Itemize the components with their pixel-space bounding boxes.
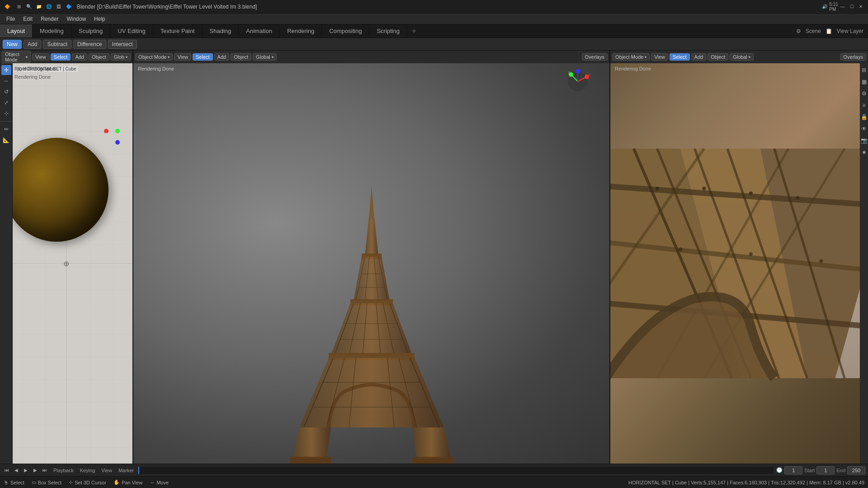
cursor-tool-icon[interactable]: ✛: [1, 65, 11, 75]
tab-scripting[interactable]: Scripting: [369, 24, 407, 38]
start-frame-input[interactable]: [816, 466, 835, 474]
playback-tab[interactable]: Playback: [52, 467, 75, 474]
global-dropdown-right[interactable]: Global: [730, 53, 754, 61]
tab-shading[interactable]: Shading: [203, 24, 239, 38]
menu-window[interactable]: Window: [63, 15, 90, 23]
global-dropdown-mid[interactable]: Global: [253, 53, 277, 61]
view-btn-mid[interactable]: View: [174, 53, 191, 61]
right-side-icon-panel: ⊞ ▦ ⚙ ≡ 🔒 👁 📷 ★: [860, 63, 868, 464]
tab-modeling[interactable]: Modeling: [33, 24, 71, 38]
maximize-btn[interactable]: ☐: [848, 3, 855, 10]
object-mode-dropdown-right[interactable]: Object Mode: [612, 53, 650, 61]
global-dropdown-left[interactable]: Glob: [111, 53, 131, 61]
view-btn-left[interactable]: View: [32, 53, 49, 61]
filter-icon[interactable]: ▦: [859, 77, 868, 87]
minimize-btn[interactable]: —: [839, 3, 846, 10]
object-btn-left[interactable]: Object: [89, 53, 109, 61]
select-btn-mid[interactable]: Select: [193, 53, 213, 61]
overlays-btn-right[interactable]: Overlays: [840, 53, 866, 61]
tab-texture-paint[interactable]: Texture Paint: [153, 24, 203, 38]
svg-point-64: [749, 191, 753, 195]
end-frame-input[interactable]: [847, 466, 865, 474]
select-btn-right[interactable]: Select: [670, 53, 690, 61]
blender-logo-icon: 🔶: [4, 3, 11, 10]
add-btn[interactable]: Add: [24, 40, 41, 49]
play-btn[interactable]: ▶: [22, 466, 30, 474]
tab-uv-editing[interactable]: UV Editing: [110, 24, 153, 38]
close-btn[interactable]: ✕: [857, 3, 864, 10]
menu-file[interactable]: File: [3, 15, 19, 23]
jump-start-btn[interactable]: ⏮: [3, 466, 11, 474]
menu-render[interactable]: Render: [37, 15, 62, 23]
volume-icon[interactable]: 🔊: [821, 3, 828, 10]
svg-text:Y: Y: [568, 70, 571, 75]
mesh-info-text: HORIZONTAL SET | Cube | Verts:5,155,147 …: [628, 480, 864, 485]
object-mode-dropdown[interactable]: Object Mode: [2, 51, 31, 63]
left-panel-content[interactable]: (1) HORIZONTAL SET | Cube Rendering Done…: [0, 63, 132, 464]
timeline-controls: ⏮ ◀ ▶ ▶ ⏭: [3, 466, 49, 474]
add-btn-mid[interactable]: Add: [214, 53, 230, 61]
object-btn-right[interactable]: Object: [708, 53, 728, 61]
left-panel: Object Mode View Select Add Object Glob: [0, 51, 133, 464]
timeline-scrubber[interactable]: [138, 467, 774, 474]
current-frame-input[interactable]: [784, 466, 802, 474]
difference-btn[interactable]: Difference: [73, 40, 106, 49]
right-panel-render-content[interactable]: Rendering Done: [610, 63, 868, 464]
menu-edit[interactable]: Edit: [19, 15, 36, 23]
tab-layout[interactable]: Layout: [0, 24, 33, 38]
prev-frame-btn[interactable]: ◀: [12, 466, 20, 474]
render-layer-icon[interactable]: ⊞: [859, 65, 868, 75]
svg-rect-35: [290, 457, 331, 464]
rotate-tool-icon[interactable]: ↺: [1, 87, 11, 97]
camera-icon[interactable]: 📷: [859, 136, 868, 145]
new-btn[interactable]: New: [3, 40, 22, 49]
clock-icon: 5:11 PM: [830, 3, 837, 10]
z-axis-dot: [115, 140, 120, 145]
window-controls: 🔊 5:11 PM — ☐ ✕: [821, 3, 864, 10]
keying-tab[interactable]: Keying: [78, 467, 97, 474]
tab-rendering[interactable]: Rendering: [280, 24, 322, 38]
tab-sculpting[interactable]: Sculpting: [71, 24, 110, 38]
lock-icon[interactable]: 🔒: [859, 112, 868, 122]
svg-marker-6: [354, 257, 390, 301]
middle-panel-3d-content[interactable]: Rendering Done: [133, 63, 609, 464]
props-icon[interactable]: ⚙: [859, 89, 868, 99]
transform-tool-icon[interactable]: ⊹: [1, 108, 11, 118]
add-tab-btn[interactable]: +: [407, 24, 420, 38]
object-mode-dropdown-mid[interactable]: Object Mode: [135, 53, 173, 61]
intersect-btn[interactable]: Intersect: [108, 40, 137, 49]
svg-point-68: [819, 259, 823, 263]
title-bar: 🔶 ⊞ 🔍 📁 🌐 🖼 🔷 Blender [D:\Build\Eiffel T…: [0, 0, 868, 14]
right-panel-toolbar: Object Mode View Select Add Object Globa…: [610, 51, 868, 63]
set-3d-cursor-label: Set 3D Cursor: [75, 480, 106, 485]
menu-help[interactable]: Help: [90, 15, 109, 23]
object-btn-mid[interactable]: Object: [231, 53, 251, 61]
channel-icon[interactable]: ≡: [859, 100, 868, 110]
tab-animation[interactable]: Animation: [239, 24, 280, 38]
start-label: Start: [804, 468, 815, 473]
box-select-label: Box Select: [38, 480, 62, 485]
right-panel: Object Mode View Select Add Object Globa…: [610, 51, 868, 464]
title-bar-icons: ⊞ 🔍 📁 🌐 🖼 🔷: [15, 3, 72, 10]
viewport-cursor: ⊕: [63, 259, 69, 268]
overlays-btn-mid[interactable]: Overlays: [582, 53, 608, 61]
jump-end-btn[interactable]: ⏭: [41, 466, 49, 474]
marker-tab[interactable]: Marker: [117, 467, 136, 474]
view-tab[interactable]: View: [99, 467, 114, 474]
menu-bar: File Edit Render Window Help: [0, 14, 868, 24]
add-btn-left[interactable]: Add: [72, 53, 87, 61]
star-icon[interactable]: ★: [859, 147, 868, 157]
eye-icon[interactable]: 👁: [859, 124, 868, 134]
tab-compositing[interactable]: Compositing: [322, 24, 369, 38]
view-btn-right[interactable]: View: [651, 53, 668, 61]
svg-marker-3: [369, 186, 374, 220]
move-tool-icon[interactable]: ↔: [1, 76, 11, 86]
next-frame-btn[interactable]: ▶: [31, 466, 39, 474]
subtract-btn[interactable]: Subtract: [43, 40, 71, 49]
annotate-icon[interactable]: ✏: [1, 124, 11, 134]
select-btn-left[interactable]: Select: [51, 53, 71, 61]
scale-tool-icon[interactable]: ⤢: [1, 98, 11, 108]
add-btn-right[interactable]: Add: [691, 53, 707, 61]
image-icon: 🖼: [55, 3, 62, 10]
measure-icon[interactable]: 📐: [1, 135, 11, 145]
